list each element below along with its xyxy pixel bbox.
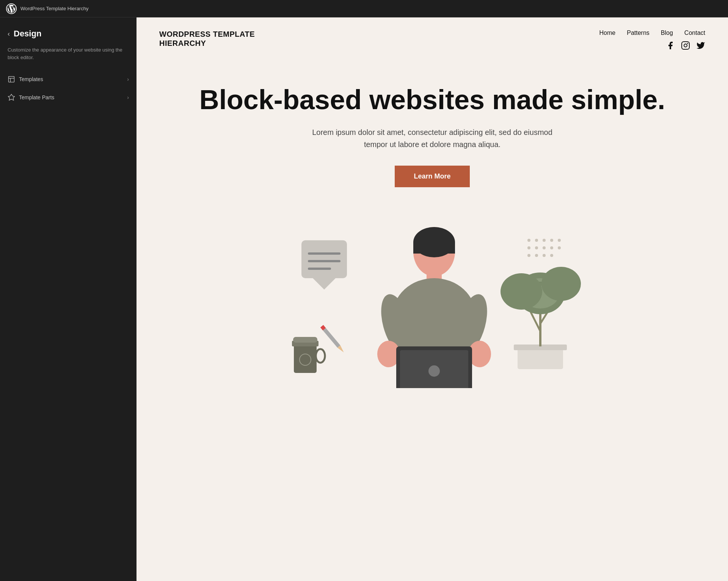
instagram-icon[interactable] [681,41,690,50]
twitter-icon[interactable] [696,41,705,50]
svg-point-11 [550,239,553,242]
nav-link-contact[interactable]: Contact [684,30,705,36]
hero-title: Block-based websites made simple. [167,85,698,115]
nav-link-patterns[interactable]: Patterns [627,30,650,36]
svg-rect-49 [294,343,317,373]
templates-label: Templates [19,76,43,82]
preview-area: WORDPRESS TEMPLATE HIERARCHY Home Patter… [136,17,728,581]
sidebar-title: Design [14,29,41,39]
svg-marker-26 [313,278,336,290]
svg-point-12 [558,239,561,242]
site-logo: WORDPRESS TEMPLATE HIERARCHY [159,30,255,48]
svg-point-47 [500,273,542,310]
template-parts-icon [8,94,15,101]
learn-more-button[interactable]: Learn More [395,166,469,187]
person-figure [375,227,493,388]
sidebar-navigation: Templates › Template Parts › [0,70,136,106]
hero-illustration [271,218,593,388]
templates-chevron: › [127,76,129,82]
nav-link-blog[interactable]: Blog [661,30,673,36]
svg-point-8 [527,239,530,242]
site-nav-links: Home Patterns Blog Contact [599,30,705,36]
sidebar: ‹ Design Customize the appearance of you… [0,17,136,581]
site-header: WORDPRESS TEMPLATE HIERARCHY Home Patter… [136,17,728,62]
dots-grid [527,239,561,257]
site-preview: WORDPRESS TEMPLATE HIERARCHY Home Patter… [136,17,728,581]
back-button[interactable]: ‹ [8,30,10,38]
svg-point-20 [543,254,546,257]
document-icon [301,240,347,290]
svg-marker-4 [8,94,15,100]
template-parts-label: Template Parts [19,94,54,100]
illustration-area [136,202,728,388]
svg-point-48 [541,267,581,301]
svg-rect-1 [9,77,14,82]
svg-point-13 [527,246,530,249]
wordpress-logo [6,3,17,14]
facebook-icon[interactable] [666,41,675,50]
template-parts-chevron: › [127,94,129,100]
sidebar-description: Customize the appearance of your website… [0,46,136,70]
svg-point-21 [550,254,553,257]
top-bar: WordPress Template Hierarchy [0,0,728,17]
svg-rect-22 [301,240,347,278]
svg-point-10 [543,239,546,242]
svg-point-17 [558,246,561,249]
site-social-links [666,41,705,50]
svg-point-6 [684,44,687,47]
svg-point-7 [687,43,688,44]
pencil-decoration [320,325,345,354]
svg-point-14 [535,246,538,249]
sidebar-item-template-parts[interactable]: Template Parts › [0,88,136,106]
site-logo-line2: HIERARCHY [159,39,255,48]
svg-point-9 [535,239,538,242]
coffee-cup [292,337,325,373]
svg-rect-51 [293,337,317,343]
topbar-title: WordPress Template Hierarchy [20,6,88,11]
svg-point-39 [428,365,440,377]
sidebar-item-templates[interactable]: Templates › [0,70,136,88]
hero-section: Block-based websites made simple. Lorem … [136,62,728,202]
nav-link-home[interactable]: Home [599,30,616,36]
site-nav-right: Home Patterns Blog Contact [599,30,705,50]
svg-point-52 [316,349,325,363]
hero-subtitle: Lorem ipsum dolor sit amet, consectetur … [300,126,565,150]
svg-point-15 [543,246,546,249]
templates-icon [8,75,15,83]
sidebar-header: ‹ Design [0,25,136,46]
nav-item-left-template-parts: Template Parts [8,94,54,101]
main-area: ‹ Design Customize the appearance of you… [0,17,728,581]
svg-point-16 [550,246,553,249]
site-logo-line1: WORDPRESS TEMPLATE [159,30,255,39]
svg-rect-5 [682,42,689,49]
svg-rect-29 [413,242,455,254]
nav-item-left-templates: Templates [8,75,43,83]
plant-illustration [500,267,581,369]
svg-point-18 [527,254,530,257]
svg-point-19 [535,254,538,257]
